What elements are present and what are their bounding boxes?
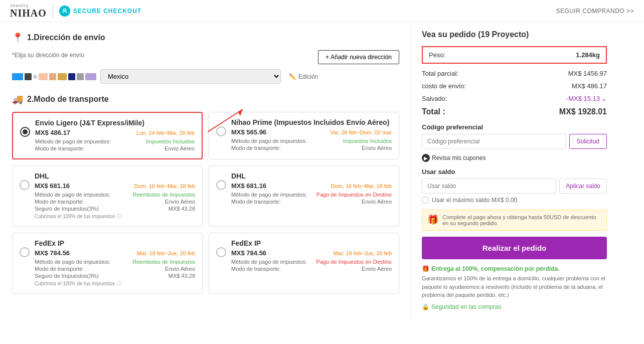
radio-dhl-right[interactable] bbox=[216, 180, 226, 192]
total-row: Total : MX$ 1928.01 bbox=[422, 107, 607, 116]
card-content-envio-ligero: Envio Ligero (J&T Express/iMile) MX$ 486… bbox=[35, 119, 195, 152]
tax-label-fedex-l: Método de pago de impuestos: bbox=[35, 259, 110, 265]
tax-label-fedex-r: Método de pago de impuestos: bbox=[231, 259, 307, 265]
peso-label: Peso: bbox=[429, 51, 445, 59]
lock-icon: 🔒 bbox=[422, 303, 429, 310]
address-section: 📍 1.Dirección de envío *Elija su direcci… bbox=[12, 32, 399, 84]
saved-amount: -MX$ 15.13 bbox=[566, 95, 600, 102]
shipping-card-fedex-right[interactable]: FedEx IP MX$ 784.56 Mar, 18 feb~Jue, 20 … bbox=[209, 233, 399, 294]
card-content-nihao: Nihao Prime (Impuestos Incluidos Envío A… bbox=[231, 118, 392, 152]
shipping-card-nihao-prime[interactable]: Nihao Prime (Impuestos Incluidos Envío A… bbox=[209, 112, 399, 159]
security-link-text: Seguridad en las compras bbox=[431, 303, 501, 310]
card-inner: Envio Ligero (J&T Express/iMile) MX$ 486… bbox=[20, 119, 195, 152]
transport-label-nihao: Modo de transporte: bbox=[231, 145, 280, 151]
radio-selected-icon bbox=[20, 127, 30, 137]
chevron-down-icon: ⌄ bbox=[601, 95, 607, 102]
transport-value-fedex-l: Envío Aéreo bbox=[165, 266, 195, 272]
price-row-nihao: MX$ 565.96 Vie, 28 feb~Dom, 02 mar bbox=[231, 128, 392, 136]
address-section-title: 📍 1.Dirección de envío bbox=[12, 32, 399, 43]
transport-value-envio-ligero: Envío Aéreo bbox=[165, 145, 195, 151]
radio-empty-dhl-r bbox=[216, 180, 226, 190]
price-fedex-l: MX$ 784.56 bbox=[35, 249, 70, 257]
cubrimos-fedex-l: Cubrimos el 100% de tus impuestos ⓘ bbox=[35, 280, 195, 287]
tax-label-dhl-r: Método de pago de impuestos: bbox=[231, 192, 307, 198]
radio-dhl-left[interactable] bbox=[20, 180, 30, 192]
header-left: Jewelry NIHAO SECURE CHECKOUT bbox=[10, 4, 141, 18]
tax-row-dhl-l: Método de pago de impuestos: Reembolso d… bbox=[35, 192, 195, 198]
cupones-link[interactable]: ▶ Revisa mis cupones bbox=[422, 154, 607, 162]
address-title-text: 1.Dirección de envío bbox=[27, 33, 105, 42]
coupon-input[interactable] bbox=[422, 134, 566, 149]
radio-empty-fedex-l bbox=[20, 247, 30, 257]
color-block-6 bbox=[68, 73, 75, 80]
edit-button[interactable]: ✏️ Edición bbox=[289, 73, 318, 80]
guarantee-text: Garantizamos el 100% de la entrega a dom… bbox=[422, 274, 607, 299]
left-panel: 📍 1.Dirección de envío *Elija su direcci… bbox=[0, 22, 411, 318]
max-saldo-radio[interactable] bbox=[422, 197, 429, 204]
transport-section: 🚚 2.Modo de transporte bbox=[12, 94, 399, 294]
color-block-2 bbox=[25, 73, 32, 80]
radio-envio-ligero[interactable] bbox=[20, 127, 30, 138]
main-layout: 📍 1.Dirección de envío *Elija su direcci… bbox=[0, 22, 644, 318]
subtotal-value: MX$ 1456.97 bbox=[568, 70, 607, 77]
guarantee-title: 🎁 Entrega al 100%, compensación por pérd… bbox=[422, 265, 607, 272]
address-subtitle: *Elija su dirección de envío bbox=[12, 52, 84, 59]
total-label: Total : bbox=[422, 107, 445, 116]
edit-label: Edición bbox=[298, 73, 318, 80]
tax-value-fedex-r: Pago de Impuestos en Destino bbox=[316, 259, 392, 265]
transport-row-dhl-r: Modo de transporte: Envío Aéreo bbox=[231, 199, 392, 205]
transport-row-fedex-r: Modo de transporte: Envío Aéreo bbox=[231, 266, 392, 272]
continue-shopping-button[interactable]: SEGUIR COMPRANDO >> bbox=[556, 8, 634, 15]
coupon-submit-button[interactable]: Solicitud bbox=[569, 134, 607, 149]
radio-fedex-right[interactable] bbox=[216, 247, 226, 259]
card-content-dhl-r: DHL MX$ 681.16 Dom, 16 feb~Mar, 18 feb M… bbox=[231, 172, 392, 206]
cubrimos-text-fedex-l: Cubrimos el 100% de tus impuestos bbox=[35, 281, 115, 286]
logo: Jewelry NIHAO bbox=[10, 4, 47, 18]
insurance-label-fedex-l: Seguro de Impuestos(3%) bbox=[35, 273, 99, 279]
apply-saldo-button[interactable]: Aplicar saldo bbox=[559, 179, 607, 194]
cubrimos-text-dhl-l: Cubrimos el 100% de tus impuestos bbox=[35, 214, 115, 219]
saldo-label: Usar saldo bbox=[422, 168, 607, 176]
radio-empty-fedex-r bbox=[216, 247, 226, 257]
color-block-1 bbox=[12, 73, 23, 80]
total-value: MX$ 1928.01 bbox=[559, 107, 607, 116]
dates-dhl-r: Dom, 16 feb~Mar, 18 feb bbox=[331, 183, 392, 189]
shipping-cost-label: costo de envío: bbox=[422, 82, 466, 90]
promo-text: Complete el pago ahora y obtenga hasta 5… bbox=[442, 214, 601, 226]
transport-label-dhl-r: Modo de transporte: bbox=[231, 199, 280, 205]
logo-text: NIHAO bbox=[10, 8, 47, 18]
transport-row-dhl-l: Modo de transporte: Envío Aéreo bbox=[35, 199, 195, 205]
dates-envio-ligero: Lun, 24 feb~Mie, 26 feb bbox=[136, 130, 195, 136]
price-dhl-l: MX$ 681.16 bbox=[35, 182, 70, 190]
transport-label-fedex-l: Modo de transporte: bbox=[35, 266, 84, 272]
address-header: *Elija su dirección de envío + Añadir nu… bbox=[12, 50, 399, 64]
security-link[interactable]: 🔒 Seguridad en las compras bbox=[422, 303, 607, 310]
transport-value-nihao: Envío Aéreo bbox=[362, 145, 392, 151]
radio-nihao-prime[interactable] bbox=[216, 126, 226, 138]
dates-nihao: Vie, 28 feb~Dom, 02 mar bbox=[331, 129, 392, 135]
shipping-card-dhl-left[interactable]: DHL MX$ 681.16 Dom, 16 feb~Mar, 18 feb M… bbox=[12, 165, 203, 227]
insurance-value-dhl-l: MX$ 43.28 bbox=[169, 206, 195, 212]
saldo-input[interactable] bbox=[422, 179, 556, 194]
card-content-dhl-l: DHL MX$ 681.16 Dom, 16 feb~Mar, 18 feb M… bbox=[35, 172, 195, 220]
shipping-card-envio-ligero[interactable]: Envio Ligero (J&T Express/iMile) MX$ 486… bbox=[12, 112, 203, 159]
price-row-fedex-l: MX$ 784.56 Mar, 18 feb~Jue, 20 feb bbox=[35, 249, 195, 257]
tax-label-nihao: Método de pago de impuestos: bbox=[231, 138, 307, 144]
order-button[interactable]: Realizar el pedido bbox=[422, 237, 607, 259]
add-address-button[interactable]: + Añadir nueva dirección bbox=[318, 50, 399, 64]
shipping-card-fedex-left[interactable]: FedEx IP MX$ 784.56 Mar, 18 feb~Jue, 20 … bbox=[12, 233, 203, 294]
guarantee-title-text: Entrega al 100%, compensación por pérdid… bbox=[431, 265, 559, 272]
country-select[interactable]: Mexico bbox=[100, 69, 281, 84]
info-icon-dhl-l: ⓘ bbox=[116, 213, 122, 220]
card-inner-dhl-r: DHL MX$ 681.16 Dom, 16 feb~Mar, 18 feb M… bbox=[216, 172, 392, 206]
transport-label-envio-ligero: Modo de transporte: bbox=[35, 145, 84, 151]
shipping-name-dhl-l: DHL bbox=[35, 172, 195, 180]
tax-label-dhl-l: Método de pago de impuestos: bbox=[35, 192, 110, 198]
radio-fedex-left[interactable] bbox=[20, 247, 30, 259]
transport-value-fedex-r: Envío Aéreo bbox=[362, 266, 392, 272]
price-row-fedex-r: MX$ 784.56 Mar, 18 feb~Jue, 20 feb bbox=[231, 249, 392, 257]
peso-value: 1.284kg bbox=[576, 51, 600, 59]
secure-checkout-text: SECURE CHECKOUT bbox=[73, 8, 141, 15]
address-row: Mexico ✏️ Edición bbox=[12, 69, 399, 84]
shipping-card-dhl-right[interactable]: DHL MX$ 681.16 Dom, 16 feb~Mar, 18 feb M… bbox=[209, 165, 399, 227]
